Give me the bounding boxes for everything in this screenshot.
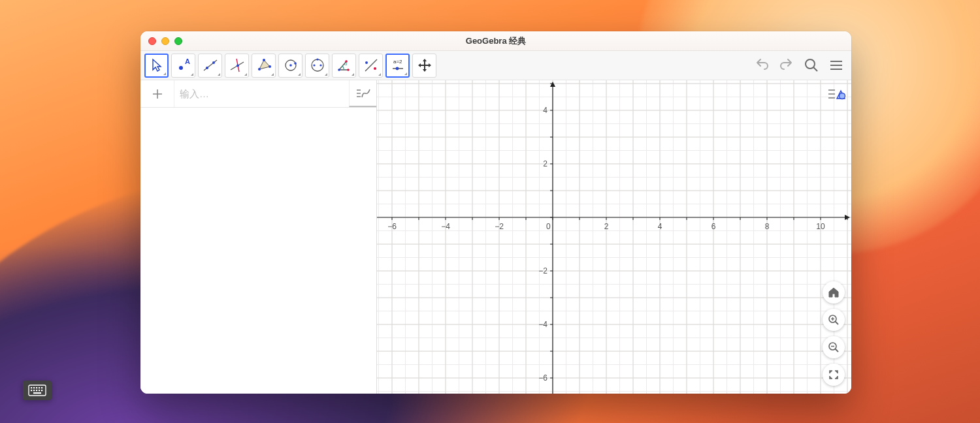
svg-point-16 — [319, 64, 321, 66]
plus-icon — [152, 88, 163, 100]
svg-text:−4: −4 — [441, 222, 450, 231]
close-icon[interactable] — [148, 37, 156, 45]
graphics-view[interactable]: −6−4−20246810 42−2−4−6 — [377, 80, 851, 394]
window-title: GeoGebra 经典 — [140, 35, 851, 47]
home-icon — [828, 287, 840, 298]
reflect-tool[interactable] — [359, 54, 383, 78]
fullscreen-icon — [828, 369, 840, 381]
graphics-float-buttons — [823, 281, 845, 386]
perpendicular-tool[interactable] — [225, 54, 249, 78]
svg-point-24 — [374, 67, 376, 70]
polygon-icon — [255, 57, 272, 74]
graph-canvas[interactable]: −6−4−20246810 42−2−4−6 — [377, 80, 851, 394]
line-tool[interactable] — [198, 54, 222, 78]
svg-point-10 — [269, 65, 271, 68]
app-window: GeoGebra 经典 A — [140, 31, 851, 394]
zoom-out-icon — [828, 341, 840, 353]
window-controls — [148, 37, 182, 45]
point-tool[interactable]: A — [171, 54, 195, 78]
svg-line-179 — [836, 322, 839, 325]
cursor-icon — [148, 57, 165, 74]
line-icon — [202, 57, 219, 74]
svg-text:4: 4 — [658, 222, 662, 231]
zoom-in-icon — [828, 314, 840, 326]
svg-text:−2: −2 — [495, 222, 504, 231]
search-button[interactable] — [800, 54, 823, 76]
svg-point-27 — [395, 67, 399, 70]
fullscreen-button[interactable] — [823, 364, 845, 386]
virtual-keyboard-button[interactable] — [23, 381, 52, 400]
svg-point-0 — [179, 66, 183, 70]
function-list-button[interactable] — [349, 80, 376, 107]
slider-tool[interactable]: a=2 — [385, 54, 410, 78]
svg-text:−4: −4 — [538, 320, 547, 329]
main-body: −6−4−20246810 42−2−4−6 — [140, 80, 851, 394]
menu-button[interactable] — [825, 54, 847, 76]
svg-text:6: 6 — [711, 222, 716, 231]
move-tool[interactable] — [144, 54, 169, 78]
keyboard-icon — [28, 384, 46, 396]
svg-rect-186 — [31, 387, 32, 388]
svg-text:−2: −2 — [538, 266, 547, 275]
stylebar-button[interactable] — [826, 86, 846, 102]
svg-point-18 — [338, 69, 340, 71]
svg-rect-192 — [33, 390, 35, 391]
svg-text:0: 0 — [546, 222, 551, 231]
perpendicular-icon — [229, 57, 246, 74]
svg-point-9 — [263, 59, 265, 61]
svg-point-13 — [294, 62, 297, 65]
svg-rect-193 — [36, 390, 37, 391]
reflect-icon — [363, 57, 380, 74]
svg-point-177 — [840, 93, 845, 99]
maximize-icon[interactable] — [174, 37, 182, 45]
svg-text:10: 10 — [816, 222, 825, 231]
input-row — [140, 80, 376, 108]
svg-rect-191 — [31, 390, 32, 391]
algebra-input[interactable] — [174, 88, 349, 99]
move-graphics-tool[interactable] — [412, 54, 436, 78]
add-button[interactable] — [140, 80, 174, 107]
minimize-icon[interactable] — [161, 37, 169, 45]
svg-rect-189 — [39, 387, 40, 388]
svg-line-183 — [836, 349, 839, 352]
svg-rect-187 — [33, 387, 35, 388]
ellipse-icon — [309, 57, 326, 74]
svg-point-4 — [212, 61, 215, 64]
svg-rect-194 — [39, 390, 40, 391]
function-list-icon — [355, 87, 371, 100]
circle-icon — [282, 57, 299, 74]
ellipse-tool[interactable] — [305, 54, 329, 78]
pan-icon — [416, 57, 433, 74]
stylebar-icon — [827, 87, 845, 101]
search-icon — [803, 57, 820, 74]
svg-rect-196 — [33, 392, 41, 394]
zoom-in-button[interactable] — [823, 309, 845, 331]
home-view-button[interactable] — [823, 281, 845, 304]
svg-point-28 — [806, 59, 815, 69]
svg-rect-188 — [36, 387, 37, 388]
zoom-out-button[interactable] — [823, 336, 845, 358]
svg-text:8: 8 — [765, 222, 770, 231]
svg-text:4: 4 — [543, 106, 547, 115]
svg-point-15 — [313, 64, 315, 66]
undo-icon — [753, 57, 770, 74]
algebra-view — [140, 80, 377, 394]
svg-rect-195 — [41, 390, 42, 391]
hamburger-icon — [828, 57, 845, 74]
svg-line-2 — [204, 60, 217, 70]
svg-text:α: α — [344, 61, 347, 66]
redo-icon — [778, 57, 795, 74]
svg-text:a=2: a=2 — [393, 59, 402, 65]
redo-button[interactable] — [776, 54, 798, 76]
titlebar[interactable]: GeoGebra 经典 — [140, 31, 851, 51]
svg-point-12 — [289, 64, 292, 67]
svg-point-17 — [316, 58, 318, 60]
circle-tool[interactable] — [278, 54, 302, 78]
toolbar: A — [140, 51, 851, 80]
svg-point-7 — [237, 65, 239, 67]
undo-button[interactable] — [751, 54, 773, 76]
polygon-tool[interactable] — [252, 54, 276, 78]
svg-text:A: A — [185, 57, 190, 65]
svg-text:−6: −6 — [538, 373, 547, 383]
angle-tool[interactable]: α — [332, 54, 356, 78]
